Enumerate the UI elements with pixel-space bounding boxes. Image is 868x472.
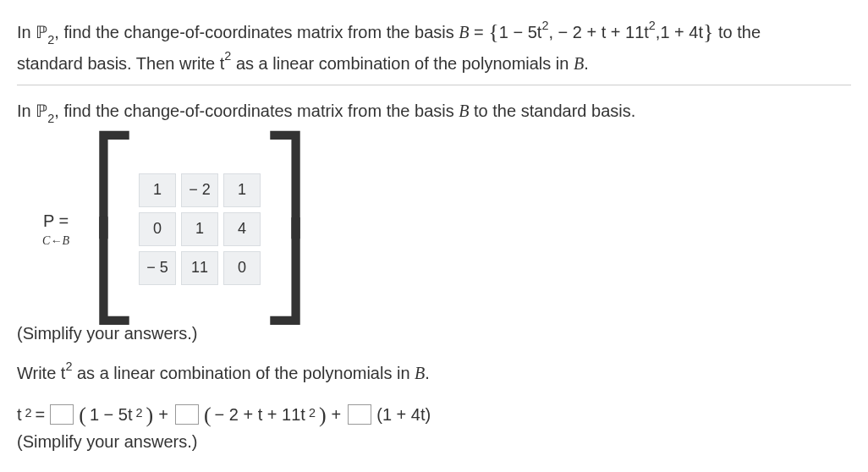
poly3: (1 + 4t)	[376, 405, 431, 425]
text: .	[425, 364, 430, 382]
lhs-p: P	[43, 211, 54, 230]
basis-b: B	[415, 364, 425, 382]
text: standard basis. Then write t	[17, 53, 224, 72]
text: to the	[713, 23, 761, 41]
lhs-eq: =	[54, 211, 69, 230]
simplify-hint-2: (Simplify your answers.)	[17, 432, 851, 452]
matrix-cell[interactable]: − 2	[181, 173, 218, 207]
eq: =	[36, 405, 46, 425]
brace-close: }	[703, 19, 713, 44]
text: to the standard basis.	[470, 102, 636, 120]
basis-b: B	[574, 53, 584, 72]
coef-1-input[interactable]	[50, 404, 74, 425]
squared: 2	[65, 359, 72, 373]
squared: 2	[649, 19, 656, 32]
lhs-sub: C←B	[42, 234, 69, 247]
matrix-cell[interactable]: 1	[181, 212, 218, 246]
squared: 2	[541, 19, 548, 32]
squared: 2	[25, 406, 32, 420]
plus: +	[332, 405, 342, 425]
p-symbol: ℙ	[36, 23, 47, 41]
t: t	[17, 405, 22, 425]
bracket-right-icon: ⎤⎦	[262, 142, 308, 316]
text: as a linear combination of the polynomia…	[231, 53, 574, 72]
brace-open: {	[488, 19, 498, 44]
text: as a linear combination of the polynomia…	[72, 364, 415, 382]
divider	[17, 85, 851, 85]
paren-close: )	[319, 403, 327, 428]
text: , find the change-of-coordinates matrix …	[54, 102, 459, 120]
subquestion-1: In ℙ2, find the change-of-coordinates ma…	[17, 97, 851, 127]
poly-mid: , − 2 + t + 11t	[548, 23, 648, 41]
text: .	[584, 53, 589, 72]
text: =	[470, 23, 489, 41]
text: In	[17, 23, 36, 41]
matrix-equation: P = C←B ⎡⎣ 1 − 2 1 0 1 4 − 5 11 0 ⎤⎦	[37, 142, 851, 316]
squared: 2	[309, 406, 316, 420]
text: , find the change-of-coordinates matrix …	[54, 23, 459, 41]
text: Write t	[17, 364, 65, 382]
linear-combination-equation: t2 = (1 − 5t2) + ( − 2 + t + 11t2) + (1 …	[17, 402, 851, 427]
sub-2: 2	[47, 112, 54, 125]
p-symbol: ℙ	[36, 102, 47, 120]
poly-end: ,1 + 4t	[656, 23, 703, 41]
poly1-a: 1 − 5t	[499, 23, 542, 41]
matrix-lhs: P = C←B	[37, 211, 74, 249]
coef-3-input[interactable]	[348, 404, 371, 425]
paren-open: (	[79, 403, 86, 428]
text: In	[17, 102, 36, 120]
basis-b: B	[459, 23, 469, 41]
basis-b: B	[459, 102, 469, 120]
paren-open: (	[204, 403, 212, 428]
bracket-left-icon: ⎡⎣	[91, 142, 137, 316]
matrix-cell[interactable]: − 5	[139, 251, 176, 285]
matrix-cell[interactable]: 1	[139, 173, 176, 207]
plus: +	[158, 405, 168, 425]
subquestion-2: Write t2 as a linear combination of the …	[17, 359, 851, 387]
sub-2: 2	[47, 33, 54, 47]
matrix-cell[interactable]: 0	[139, 212, 176, 246]
matrix-cell[interactable]: 11	[181, 251, 218, 285]
paren-close: )	[146, 403, 154, 428]
matrix-cell[interactable]: 4	[223, 212, 261, 246]
matrix-grid: 1 − 2 1 0 1 4 − 5 11 0	[137, 168, 262, 290]
matrix-cell[interactable]: 1	[223, 173, 261, 207]
poly2: − 2 + t + 11t	[215, 405, 305, 425]
problem-statement: In ℙ2, find the change-of-coordinates ma…	[17, 14, 851, 76]
coef-2-input[interactable]	[175, 404, 199, 425]
simplify-hint: (Simplify your answers.)	[17, 324, 851, 343]
squared: 2	[224, 49, 231, 63]
squared: 2	[136, 406, 143, 420]
matrix-cell[interactable]: 0	[223, 251, 261, 285]
poly1: 1 − 5t	[90, 405, 133, 425]
